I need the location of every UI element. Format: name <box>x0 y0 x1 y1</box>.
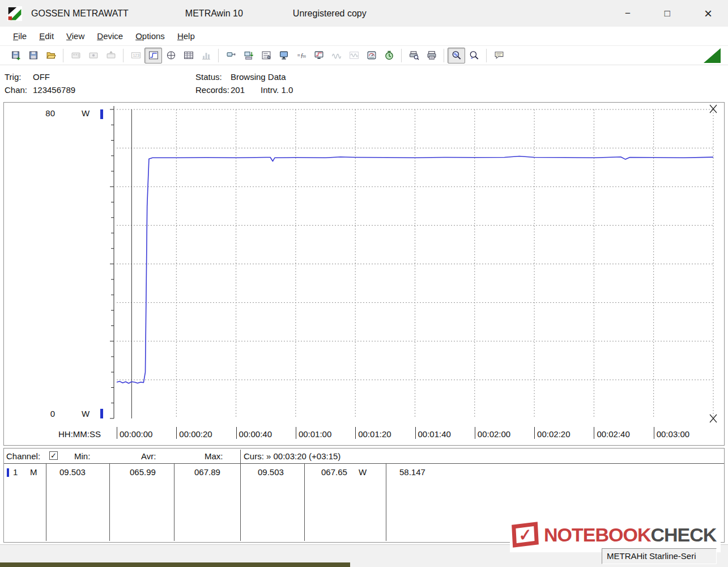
card-export-button[interactable] <box>67 48 84 64</box>
open-folder-button[interactable] <box>42 48 59 64</box>
open-data-button[interactable] <box>7 48 24 64</box>
app-logo-icon <box>7 6 22 21</box>
open-folder-icon <box>46 50 56 60</box>
x-axis-tick-label: 00:00:20 <box>176 427 212 439</box>
menu-item-help[interactable]: Help <box>171 29 201 43</box>
x-axis-tick-label: 00:02:00 <box>475 427 510 439</box>
notebookcheck-logo-icon: ✓ <box>512 522 539 548</box>
toolbar: 123=ƒ(t) <box>0 45 728 65</box>
table-column-divider <box>386 464 386 541</box>
trend-view-button[interactable] <box>144 48 162 64</box>
toolbar-separator <box>218 49 219 62</box>
print-preview-button[interactable] <box>405 48 423 64</box>
waveform-b-icon <box>349 50 359 60</box>
status-panel: Trig: OFF Chan: 123456789 Status: Browsi… <box>0 65 728 101</box>
device-config-button[interactable] <box>257 48 275 64</box>
records-label: Records: <box>195 83 231 96</box>
y-axis-min-label: 0 <box>37 409 55 418</box>
col-header-channel: Channel: <box>6 451 40 461</box>
cell-channel: 1 <box>13 467 18 477</box>
bargraph-view-icon <box>201 50 211 60</box>
device-config-icon <box>261 50 271 60</box>
chan-label: Chan: <box>5 83 33 96</box>
menu-item-file[interactable]: File <box>7 29 33 43</box>
waveform-b-button[interactable] <box>345 48 363 64</box>
x-axis-tick-label: 00:01:00 <box>296 427 331 439</box>
svg-text:(t): (t) <box>303 54 306 58</box>
table-header-divider <box>4 463 724 464</box>
x-axis-tick-label: 00:01:20 <box>355 427 391 439</box>
watermark-text-primary: NOTEBOOK <box>544 524 650 546</box>
close-button[interactable]: × <box>695 0 721 27</box>
timer-button[interactable] <box>380 48 398 64</box>
numeric-view-button[interactable]: 123 <box>127 48 144 64</box>
pc-display-button[interactable] <box>310 48 327 64</box>
menu-item-view[interactable]: View <box>60 29 91 43</box>
x-axis-tick-label: 00:02:40 <box>594 427 629 439</box>
y-axis-unit-bottom: W <box>82 409 90 418</box>
cell-delta: 58.147 <box>399 467 425 477</box>
formula-button[interactable]: =ƒ(t) <box>292 48 310 64</box>
col-header-cursor: Curs: » 00:03:20 (+03:15) <box>244 451 340 461</box>
save-file-button[interactable] <box>24 48 42 64</box>
multimeter-button[interactable] <box>363 48 380 64</box>
x-axis-tick-label: 00:00:00 <box>117 427 152 439</box>
toolbar-separator <box>123 49 124 62</box>
records-value: 201 <box>231 83 261 96</box>
zoom-mode-button[interactable] <box>448 48 465 64</box>
watermark-text-secondary: CHECK <box>650 524 716 546</box>
cell-cursor2: 067.65 <box>321 467 347 477</box>
bargraph-view-button[interactable] <box>197 48 215 64</box>
zoom-pan-button[interactable] <box>465 48 483 64</box>
cell-unit: W <box>359 467 367 477</box>
channel-visible-checkbox[interactable]: ✓ <box>49 451 58 460</box>
formula-icon: =ƒ(t) <box>296 50 306 60</box>
maximize-button[interactable]: □ <box>654 0 680 27</box>
multimeter-icon <box>367 50 377 60</box>
cell-mode: M <box>30 467 37 477</box>
y-axis-unit-top: W <box>82 108 90 118</box>
time-axis-format-label: HH:MM:SS <box>58 429 101 439</box>
cell-avr: 065.99 <box>130 467 156 477</box>
window-title-app: METRAwin 10 <box>185 9 243 19</box>
minimize-button[interactable]: − <box>615 0 641 27</box>
chan-value: 123456789 <box>33 83 75 96</box>
device-model-label: METRAHit Starline-Seri <box>602 548 717 564</box>
device-monitor-button[interactable] <box>275 48 292 64</box>
device-connect-button[interactable] <box>222 48 240 64</box>
card-eject-button[interactable] <box>102 48 120 64</box>
svg-text:123: 123 <box>133 53 139 57</box>
print-preview-icon <box>409 50 419 60</box>
y-axis-max-label: 80 <box>37 108 55 118</box>
cell-cursor1: 09.503 <box>258 467 284 477</box>
save-file-icon <box>28 50 39 60</box>
menu-item-edit[interactable]: Edit <box>33 29 60 43</box>
table-column-divider <box>304 464 305 541</box>
titlebar: GOSSEN METRAWATT METRAwin 10 Unregistere… <box>0 0 728 27</box>
card-export-icon <box>71 50 81 60</box>
menu-item-options[interactable]: Options <box>129 29 171 43</box>
numeric-view-icon: 123 <box>131 50 141 60</box>
print-button[interactable] <box>423 48 440 64</box>
card-snapshot-button[interactable] <box>84 48 102 64</box>
menu-bar: FileEditViewDeviceOptionsHelp <box>0 27 728 45</box>
pc-display-icon <box>314 50 324 60</box>
waveform-a-icon <box>331 50 342 60</box>
notebookcheck-watermark: ✓ NOTEBOOK CHECK <box>510 517 721 552</box>
annotation-button[interactable] <box>490 48 508 64</box>
channel-color-marker <box>7 468 9 477</box>
table-view-button[interactable] <box>180 48 197 64</box>
waveform-a-button[interactable] <box>327 48 345 64</box>
toolbar-separator <box>444 49 444 62</box>
device-download-icon <box>244 50 254 60</box>
device-download-button[interactable] <box>240 48 257 64</box>
x-axis-tick-label: 00:03:00 <box>654 427 689 439</box>
toolbar-separator <box>401 49 402 62</box>
trend-view-icon <box>148 50 159 60</box>
timer-icon <box>384 50 394 60</box>
scope-view-button[interactable] <box>162 48 180 64</box>
trend-chart[interactable] <box>4 103 724 426</box>
col-header-min: Min: <box>74 451 90 461</box>
menu-item-device[interactable]: Device <box>91 29 129 43</box>
table-column-divider <box>240 450 241 541</box>
